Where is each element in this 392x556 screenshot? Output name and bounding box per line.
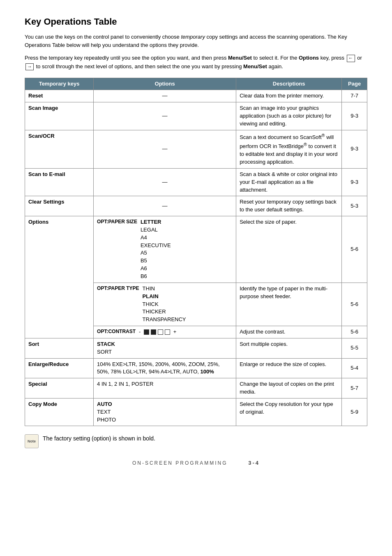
header-options: Options: [94, 78, 236, 90]
intro2-post: key, press: [319, 55, 344, 61]
opt-label-contrast: OPT:CONTRAST: [97, 328, 136, 336]
intro2-options: Options: [299, 55, 319, 61]
page-enlarge-reduce: 5-4: [342, 358, 367, 378]
left-arrow-icon: ←: [347, 55, 355, 62]
desc-paper-type: Identify the type of paper in the multi-…: [236, 283, 342, 326]
intro2-menuset1: Menu/Set: [228, 55, 252, 61]
desc-special: Change the layout of copies on the print…: [236, 378, 342, 398]
key-operations-table: Temporary keys Options Descriptions Page…: [25, 78, 367, 426]
intro-text-1: You can use the keys on the control pane…: [25, 34, 181, 40]
intro-paragraph-1: You can use the keys on the control pane…: [25, 33, 367, 49]
table-row: Scan Image — Scan an image into your gra…: [25, 102, 367, 130]
key-special: Special: [25, 378, 94, 398]
header-descriptions: Descriptions: [236, 78, 342, 90]
contrast-box-2: [151, 329, 156, 335]
table-row: Scan to E-mail — Scan a black & white or…: [25, 168, 367, 196]
options-contrast: OPT:CONTRAST - +: [94, 326, 236, 338]
opt-values-paper-size: LETTERLEGALA4EXECUTIVEA5B5A6B6: [141, 218, 171, 280]
options-clear-settings: —: [94, 196, 236, 216]
intro2-mid: to select it. For the: [252, 55, 299, 61]
right-arrow-icon: →: [25, 63, 34, 71]
intro2-menuset2: Menu/Set: [243, 63, 267, 70]
contrast-box-1: [144, 329, 149, 335]
page-special: 5-7: [342, 378, 367, 398]
options-scan-email: —: [94, 168, 236, 196]
options-scan-image: —: [94, 102, 236, 130]
key-reset: Reset: [25, 90, 94, 102]
desc-scan-ocr: Scan a text document so ScanSoft® will p…: [236, 130, 342, 168]
key-enlarge-reduce: Enlarge/Reduce: [25, 358, 94, 378]
page-reset: 7-7: [342, 90, 367, 102]
table-row: Clear Settings — Reset your temporary co…: [25, 196, 367, 216]
desc-paper-size: Select the size of paper.: [236, 216, 342, 283]
options-paper-type: OPT:PAPER TYPE THINPLAINTHICKTHICKERTRAN…: [94, 283, 236, 326]
header-temp-keys: Temporary keys: [25, 78, 94, 90]
desc-clear-settings: Reset your temporary copy settings back …: [236, 196, 342, 216]
desc-sort: Sort multiple copies.: [236, 338, 342, 358]
key-clear-settings: Clear Settings: [25, 196, 94, 216]
key-scan-ocr: Scan/OCR: [25, 130, 94, 168]
note-icon: Note: [25, 434, 39, 448]
page-scan-email: 9-3: [342, 168, 367, 196]
page-paper-size: 5-6: [342, 216, 367, 283]
desc-copy-mode: Select the Copy resolution for your type…: [236, 398, 342, 426]
page-contrast: 5-6: [342, 326, 367, 338]
desc-reset: Clear data from the printer memory.: [236, 90, 342, 102]
table-row: Special 4 IN 1, 2 IN 1, POSTER Change th…: [25, 378, 367, 398]
options-paper-size: OPT:PAPER SIZE LETTERLEGALA4EXECUTIVEA5B…: [94, 216, 236, 283]
opt-label-paper-type: OPT:PAPER TYPE: [97, 285, 139, 324]
page-paper-type: 5-6: [342, 283, 367, 326]
key-copy-mode: Copy Mode: [25, 398, 94, 426]
desc-scan-image: Scan an image into your graphics applica…: [236, 102, 342, 130]
page-copy-mode: 5-9: [342, 398, 367, 426]
intro-paragraph-2: Press the temporary key repeatedly until…: [25, 54, 367, 71]
note-text: The factory setting (option) is shown in…: [43, 434, 155, 443]
table-row: Options OPT:PAPER SIZE LETTERLEGALA4EXEC…: [25, 216, 367, 283]
options-sort: STACKSORT: [94, 338, 236, 358]
intro-italic: temporary: [181, 34, 205, 40]
intro2-pre: Press the temporary key repeatedly until…: [25, 55, 228, 61]
desc-contrast: Adjust the contrast.: [236, 326, 342, 338]
key-scan-image: Scan Image: [25, 102, 94, 130]
contrast-display: - +: [139, 328, 176, 336]
page-scan-ocr: 9-3: [342, 130, 367, 168]
note-area: Note The factory setting (option) is sho…: [25, 434, 367, 448]
contrast-box-3: [158, 329, 163, 335]
contrast-box-4: [165, 329, 170, 335]
footer-left: ON-SCREEN PROGRAMMING: [132, 460, 228, 466]
intro2-or: or: [357, 55, 362, 61]
key-options: Options: [25, 216, 94, 338]
key-scan-email: Scan to E-mail: [25, 168, 94, 196]
table-row: Sort STACKSORT Sort multiple copies. 5-5: [25, 338, 367, 358]
table-row: Scan/OCR — Scan a text document so ScanS…: [25, 130, 367, 168]
page-clear-settings: 5-3: [342, 196, 367, 216]
intro2-final: again.: [267, 63, 283, 70]
options-copy-mode: AUTOTEXTPHOTO: [94, 398, 236, 426]
desc-scan-email: Scan a black & white or color original i…: [236, 168, 342, 196]
options-reset: —: [94, 90, 236, 102]
table-row: Enlarge/Reduce 104% EXE>LTR, 150%, 200%,…: [25, 358, 367, 378]
page-title: Key Operations Table: [25, 16, 367, 27]
page-footer: ON-SCREEN PROGRAMMING 3-4: [25, 460, 367, 466]
table-row: Reset — Clear data from the printer memo…: [25, 90, 367, 102]
table-row: Copy Mode AUTOTEXTPHOTO Select the Copy …: [25, 398, 367, 426]
intro2-end: to scroll through the next level of opti…: [36, 63, 243, 70]
desc-enlarge-reduce: Enlarge or reduce the size of copies.: [236, 358, 342, 378]
options-special: 4 IN 1, 2 IN 1, POSTER: [94, 378, 236, 398]
key-sort: Sort: [25, 338, 94, 358]
options-scan-ocr: —: [94, 130, 236, 168]
footer-page-number: 3-4: [248, 460, 260, 466]
header-page: Page: [342, 78, 367, 90]
page-scan-image: 9-3: [342, 102, 367, 130]
opt-values-paper-type: THINPLAINTHICKTHICKERTRANSPARENCY: [143, 285, 186, 324]
opt-label-paper-size: OPT:PAPER SIZE: [97, 218, 137, 280]
options-enlarge-reduce: 104% EXE>LTR, 150%, 200%, 400%, ZOOM, 25…: [94, 358, 236, 378]
page-sort: 5-5: [342, 338, 367, 358]
opt-values-contrast: - +: [139, 328, 176, 336]
